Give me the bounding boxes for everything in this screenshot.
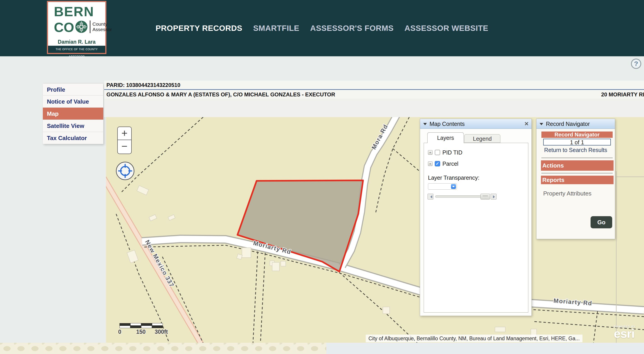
scale-max: 300ft (155, 329, 168, 335)
layer-label-parcel: Parcel (442, 161, 458, 167)
scale-bar: 0 150 300ft (120, 323, 163, 335)
slider-thumb[interactable] (480, 194, 490, 199)
record-navigator-title: Record Navigator (546, 121, 590, 127)
transparency-select[interactable] (428, 183, 457, 190)
scale-mid: 150 (136, 329, 146, 335)
layer-label-pid-tid: PID TID (442, 149, 462, 156)
map-zoom-control: + − (117, 127, 132, 154)
map-attribution: City of Albuquerque, Bernalillo County, … (366, 335, 582, 342)
main-nav: PROPERTY RECORDS SMARTFILE ASSESSOR'S FO… (156, 0, 488, 56)
assessor-name: Damian R. Lara (48, 39, 105, 45)
select-stepper-icon (451, 184, 456, 189)
nav-smartfile[interactable]: SMARTFILE (253, 24, 300, 33)
transparency-label: Layer Transparency: (428, 175, 528, 181)
record-navigator-header[interactable]: Record Navigator (536, 119, 615, 129)
map-contents-title: Map Contents (430, 121, 465, 127)
nav-assessor-website[interactable]: ASSESSOR WEBSITE (404, 24, 488, 33)
transparency-slider (428, 194, 528, 199)
close-icon[interactable]: ✕ (524, 119, 529, 129)
header-divider-rule (104, 89, 644, 90)
sidebar: Profile Notice of Value Map Satellite Vi… (43, 83, 103, 144)
divider (542, 173, 613, 174)
pid-tid-checkbox[interactable] (435, 150, 440, 155)
map-zoom-out-button[interactable]: − (118, 140, 131, 153)
parid-text: PARID: 103804423143220510 (106, 82, 180, 88)
sidebar-item-notice-of-value[interactable]: Notice of Value (43, 95, 103, 108)
actions-section-bar[interactable]: Actions (541, 160, 614, 171)
map-zoom-in-button[interactable]: + (118, 127, 131, 140)
logo-division-line2: Assessor (92, 27, 112, 32)
go-button[interactable]: Go (590, 216, 612, 228)
tab-legend[interactable]: Legend (464, 134, 500, 143)
bernco-logo[interactable]: BERN CO County Assessor Damian R. Lara T… (47, 1, 106, 54)
return-to-search-results-link[interactable]: Return to Search Results (536, 147, 615, 153)
logo-co-text: CO (54, 19, 74, 35)
esri-brand: esri (614, 328, 636, 339)
parcel-checkbox[interactable] (435, 161, 440, 167)
record-position-input[interactable]: 1 of 1 (543, 139, 611, 146)
esri-logo: POWERED BY esri (614, 325, 636, 339)
slider-left-button[interactable] (428, 194, 434, 199)
logo-division-line1: County (92, 21, 112, 27)
collapse-icon[interactable] (423, 123, 427, 127)
slider-right-button[interactable] (491, 194, 496, 199)
record-navigator-panel: Record Navigator Record Navigator 1 of 1… (536, 119, 615, 239)
scale-zero: 0 (118, 329, 121, 335)
map-contents-panel: Map Contents ✕ Layers Legend + PID TID +… (420, 119, 532, 316)
property-address: 20 MORIARTY RD (601, 91, 644, 98)
owner-text: GONZALES ALFONSO & MARY A (ESTATES OF), … (106, 91, 335, 98)
layer-row-pid-tid: + PID TID (428, 149, 528, 156)
layer-row-parcel: + Parcel (428, 160, 528, 167)
tab-layers[interactable]: Layers (427, 132, 464, 143)
reports-section-bar[interactable]: Reports (541, 176, 614, 184)
record-navigator-bar: Record Navigator (542, 132, 613, 138)
map-toolbar: i (104, 99, 644, 117)
sidebar-item-tax-calculator[interactable]: Tax Calculator (43, 132, 103, 144)
nav-property-records[interactable]: PROPERTY RECORDS (156, 24, 242, 33)
logo-bern-text: BERN (54, 4, 94, 19)
sidebar-item-map[interactable]: Map (43, 108, 103, 120)
report-item-property-attributes[interactable]: Property Attributes (543, 190, 592, 197)
footer-dot-pattern (0, 343, 326, 354)
layers-tab-content: + PID TID + Parcel Layer Transparency: (424, 143, 528, 313)
footer-right-area (326, 343, 644, 354)
sidebar-item-profile[interactable]: Profile (43, 83, 103, 95)
sidebar-item-satellite-view[interactable]: Satellite View (43, 120, 103, 132)
collapse-icon[interactable] (540, 123, 543, 127)
zia-sun-icon (75, 20, 88, 33)
office-tagline: THE OFFICE OF THE COUNTY ASSESSOR (48, 46, 105, 53)
expand-icon[interactable]: + (428, 162, 432, 166)
app-header: BERN CO County Assessor Damian R. Lara T… (0, 0, 644, 56)
crosshair-icon (116, 162, 134, 179)
map-contents-header[interactable]: Map Contents ✕ (420, 119, 532, 129)
logo-divider (90, 20, 90, 33)
nav-assessors-forms[interactable]: ASSESSOR'S FORMS (310, 24, 394, 33)
divider (542, 158, 613, 158)
locate-button[interactable] (116, 162, 134, 180)
slider-track[interactable] (435, 195, 489, 198)
help-icon[interactable]: ? (631, 59, 641, 69)
expand-icon[interactable]: + (428, 150, 432, 155)
